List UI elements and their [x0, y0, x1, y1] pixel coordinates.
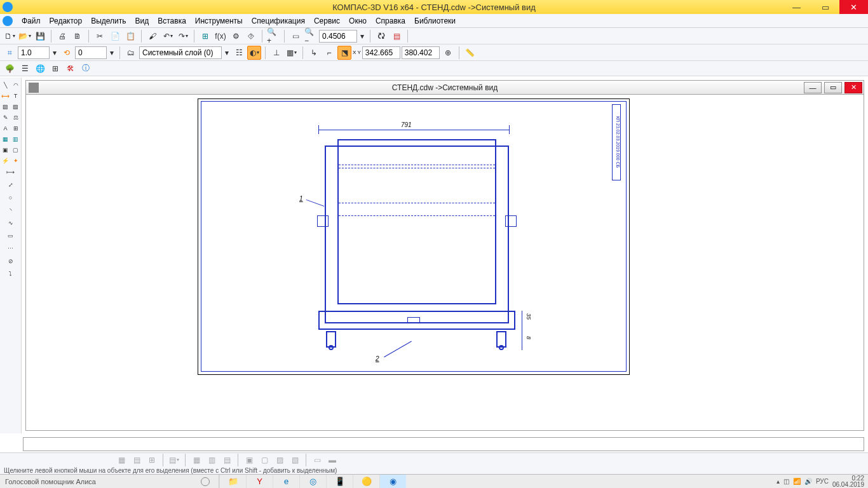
bot-v8-icon[interactable]: ▭ [310, 453, 324, 467]
globe-button[interactable]: 🌐 [33, 62, 47, 76]
redraw-button[interactable]: 🗘 [374, 29, 388, 43]
info-button[interactable]: ⓘ [79, 62, 93, 76]
menu-edit[interactable]: Редактор [46, 15, 86, 27]
doc-close-button[interactable]: ✕ [844, 82, 862, 93]
angle-input[interactable] [75, 46, 107, 59]
step-button[interactable]: ⟲ [60, 46, 74, 60]
dim-chain-icon[interactable]: ⋯ [1, 243, 20, 254]
bot-view2-icon[interactable]: ▥ [205, 453, 219, 467]
break-icon[interactable]: ⤵ [1, 268, 20, 280]
taskbar-app-yandex[interactable]: Y [246, 475, 273, 489]
spline-icon[interactable]: ∿ [1, 217, 20, 229]
table-icon[interactable]: ⊞ [11, 123, 20, 133]
hatch-icon[interactable]: ▨ [1, 102, 10, 111]
insert-icon[interactable]: ▣ [1, 145, 10, 154]
menu-file[interactable]: Файл [18, 15, 44, 27]
taskbar-search[interactable]: Голосовой помощник Алиса [0, 475, 219, 489]
wrench-button[interactable]: 🛠 [64, 62, 78, 76]
taskbar-app-ie[interactable]: e [273, 475, 299, 489]
save-button[interactable]: 💾 [33, 29, 47, 43]
spec-button[interactable]: ⊞ [198, 29, 212, 43]
menu-libs[interactable]: Библиотеки [410, 15, 459, 27]
arc-icon[interactable]: ◝ [1, 205, 20, 216]
tray-up-icon[interactable]: ▴ [776, 478, 780, 485]
mic-icon[interactable] [201, 477, 210, 486]
spec-icon[interactable]: ▦ [1, 134, 10, 144]
dim-linear-icon[interactable]: ⟼ [1, 166, 20, 178]
variables-button[interactable]: f(x) [214, 29, 227, 43]
copy-button[interactable]: 📄 [108, 29, 122, 43]
spec2-icon[interactable]: ▥ [11, 134, 20, 144]
marker-icon[interactable]: T [11, 91, 20, 100]
snap-button[interactable]: ⌗ [3, 46, 17, 60]
ortho-button[interactable]: ⊥ [269, 46, 283, 60]
grid-button[interactable]: ▦▾ [285, 46, 299, 60]
bot-layers-icon[interactable]: ▤▾ [167, 453, 181, 467]
menu-help[interactable]: Справка [372, 15, 409, 27]
tree-button[interactable]: 🌳 [3, 62, 17, 76]
taskbar-app-kompas[interactable]: ◉ [379, 475, 406, 489]
layer-props-button[interactable]: ☷ [232, 46, 246, 60]
bot-v5-icon[interactable]: ▢ [257, 453, 271, 467]
measure-button[interactable]: 📏 [463, 46, 477, 60]
coord-y-input[interactable] [402, 46, 440, 59]
zoom-in-button[interactable]: 🔍+ [266, 29, 280, 43]
bot-v4-icon[interactable]: ▣ [242, 453, 256, 467]
zoom-out-button[interactable]: 🔍− [304, 29, 318, 43]
dim-align-icon[interactable]: ⤢ [1, 179, 20, 191]
redo-button[interactable]: ↷▾ [176, 29, 190, 43]
layer-dd[interactable]: ▾ [223, 46, 231, 60]
tray-net-icon[interactable]: ◫ [783, 478, 789, 485]
ucs-button[interactable]: ↳ [307, 46, 321, 60]
command-input[interactable] [24, 438, 864, 450]
bot-view1-icon[interactable]: ▦ [189, 453, 203, 467]
params-button[interactable]: ⚙ [229, 29, 243, 43]
menu-window[interactable]: Окно [345, 15, 370, 27]
menu-insert[interactable]: Вставка [154, 15, 190, 27]
doc-mgr-button[interactable]: ⊞ [48, 62, 62, 76]
bot-grid-icon[interactable]: ▤ [130, 453, 144, 467]
bot-v7-icon[interactable]: ▧ [288, 453, 302, 467]
bot-view3-icon[interactable]: ▤ [220, 453, 234, 467]
tray-clock[interactable]: 0:22 06.04.2019 [832, 475, 864, 488]
bolt2-icon[interactable]: ✦ [11, 156, 20, 165]
circle-icon[interactable]: ○ [1, 192, 20, 203]
open-button[interactable]: 📂▾ [18, 29, 32, 43]
rect-icon[interactable]: ▭ [1, 230, 20, 241]
edit-icon[interactable]: ✎ [1, 112, 10, 122]
paste-button[interactable]: 📋 [123, 29, 137, 43]
perp-button[interactable]: ⌐ [322, 46, 336, 60]
taskbar-app-settings[interactable]: ◎ [299, 475, 326, 489]
dim-rad-icon[interactable]: ⊘ [1, 255, 20, 267]
menu-tools[interactable]: Инструменты [191, 15, 247, 27]
new-button[interactable]: 🗋▾ [3, 29, 17, 43]
bot-v9-icon[interactable]: ▬ [325, 453, 339, 467]
print-button[interactable]: 🖨 [55, 29, 69, 43]
geom-line-icon[interactable]: ╲ [1, 80, 10, 90]
shade-button[interactable]: ▤ [390, 29, 403, 43]
menu-spec[interactable]: Спецификация [248, 15, 309, 27]
copy-props-button[interactable]: 🖌 [146, 29, 159, 43]
drawing-canvas[interactable]: КП 23.02.03.2019.000 СБ 791 [26, 95, 864, 430]
tray-lang[interactable]: РУС [816, 478, 829, 485]
active-layer-button[interactable]: ◐▾ [247, 46, 261, 60]
zoom-value-input[interactable] [319, 30, 357, 43]
tray-vol-icon[interactable]: 🔊 [804, 478, 812, 485]
cut-button[interactable]: ✂ [93, 29, 107, 43]
help-cursor-button[interactable]: ⯑ [244, 29, 258, 43]
window-close-button[interactable]: ✕ [839, 0, 868, 14]
zoom-dd[interactable]: ▾ [358, 29, 366, 43]
list-button[interactable]: ☰ [18, 62, 32, 76]
window-maximize-button[interactable]: ▭ [811, 0, 839, 14]
coord-x-input[interactable] [362, 46, 400, 59]
insert2-icon[interactable]: ▢ [11, 145, 20, 154]
text-icon[interactable]: A [1, 123, 10, 133]
bot-mode-icon[interactable]: ⊞ [145, 453, 159, 467]
layer-input[interactable] [139, 46, 222, 59]
geom-tan-icon[interactable]: ◠ [11, 80, 20, 90]
doc-minimize-button[interactable]: — [804, 82, 822, 93]
coord-button[interactable]: ⊕ [441, 46, 455, 60]
menu-service[interactable]: Сервис [310, 15, 344, 27]
layer-icon[interactable]: 🗂 [124, 46, 138, 60]
window-minimize-button[interactable]: — [782, 0, 811, 14]
